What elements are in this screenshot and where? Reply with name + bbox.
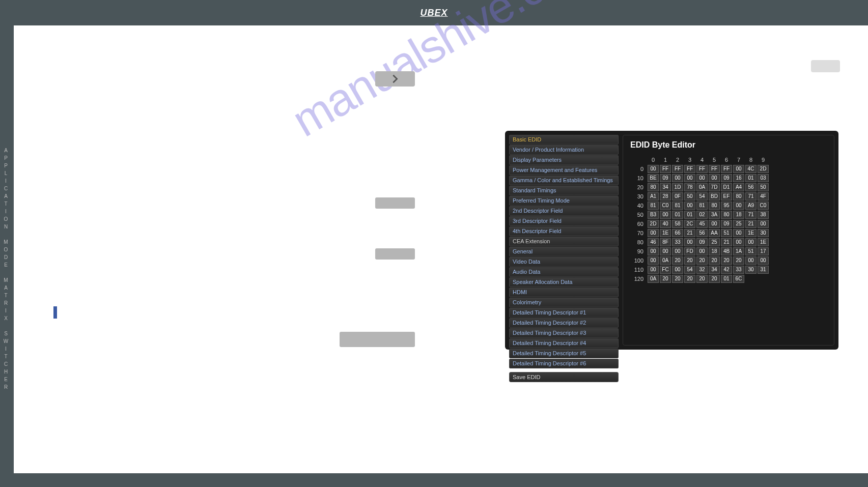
byte-cell[interactable]: 20 — [721, 256, 732, 265]
byte-cell[interactable]: 54 — [696, 192, 708, 200]
byte-cell[interactable]: C0 — [660, 202, 671, 210]
byte-cell[interactable]: 00 — [684, 238, 695, 246]
edid-section-item[interactable]: Audio Data — [509, 267, 619, 277]
save-edid-button[interactable]: Save EDID — [509, 372, 619, 382]
byte-cell[interactable]: C0 — [758, 202, 769, 210]
byte-cell[interactable]: 00 — [733, 202, 744, 210]
byte-cell[interactable]: 31 — [758, 266, 769, 274]
byte-cell[interactable]: 01 — [672, 211, 683, 219]
byte-cell[interactable]: 80 — [721, 211, 732, 219]
byte-cell[interactable]: 09 — [696, 238, 708, 246]
byte-cell[interactable]: 00 — [733, 229, 744, 237]
byte-cell[interactable]: 00 — [745, 256, 757, 265]
byte-cell[interactable]: 00 — [696, 247, 708, 255]
byte-cell[interactable]: 00 — [733, 165, 744, 173]
byte-cell[interactable]: 42 — [721, 266, 732, 274]
byte-cell[interactable]: 45 — [696, 220, 708, 228]
byte-cell[interactable]: 33 — [672, 238, 683, 246]
edid-section-item[interactable]: Vendor / Product Information — [509, 145, 619, 155]
byte-cell[interactable]: 00 — [648, 165, 659, 173]
byte-cell[interactable]: AA — [709, 229, 720, 237]
byte-cell[interactable]: FF — [672, 165, 683, 173]
byte-cell[interactable]: FF — [709, 165, 720, 173]
edid-section-item[interactable]: Power Management and Features — [509, 165, 619, 175]
byte-cell[interactable]: 00 — [696, 174, 708, 182]
byte-cell[interactable]: 46 — [648, 238, 659, 246]
byte-cell[interactable]: 00 — [733, 238, 744, 246]
byte-cell[interactable]: 01 — [721, 275, 732, 283]
byte-cell[interactable]: 20 — [684, 256, 695, 265]
byte-cell[interactable]: 4F — [758, 192, 769, 200]
byte-cell[interactable]: 03 — [758, 174, 769, 182]
byte-cell[interactable]: 80 — [648, 183, 659, 191]
byte-cell[interactable]: 21 — [721, 238, 732, 246]
byte-cell[interactable]: 81 — [696, 202, 708, 210]
byte-cell[interactable]: 30 — [745, 266, 757, 274]
byte-cell[interactable]: 20 — [672, 256, 683, 265]
byte-cell[interactable]: BD — [709, 192, 720, 200]
byte-cell[interactable]: FD — [684, 247, 695, 255]
placeholder-box-2[interactable] — [375, 248, 415, 260]
byte-cell[interactable]: FF — [660, 165, 671, 173]
byte-cell[interactable]: 32 — [696, 266, 708, 274]
byte-cell[interactable]: 20 — [709, 275, 720, 283]
byte-cell[interactable]: 80 — [709, 202, 720, 210]
byte-cell[interactable]: 1E — [745, 229, 757, 237]
edid-section-item[interactable]: Basic EDID — [509, 135, 619, 145]
byte-cell[interactable]: 20 — [709, 256, 720, 265]
byte-cell[interactable]: 40 — [660, 220, 671, 228]
byte-cell[interactable]: 34 — [709, 266, 720, 274]
byte-cell[interactable]: 16 — [733, 174, 744, 182]
byte-cell[interactable]: 20 — [684, 275, 695, 283]
byte-cell[interactable]: 50 — [684, 192, 695, 200]
byte-cell[interactable]: 50 — [758, 183, 769, 191]
byte-cell[interactable]: 33 — [733, 266, 744, 274]
byte-cell[interactable]: 56 — [696, 229, 708, 237]
edid-section-item[interactable]: Display Parameters — [509, 155, 619, 165]
byte-cell[interactable]: 09 — [660, 174, 671, 182]
byte-cell[interactable]: FF — [721, 165, 732, 173]
byte-cell[interactable]: FF — [696, 165, 708, 173]
byte-cell[interactable]: A4 — [733, 183, 744, 191]
byte-cell[interactable]: 17 — [758, 247, 769, 255]
byte-cell[interactable]: 30 — [758, 229, 769, 237]
byte-cell[interactable]: 3A — [709, 211, 720, 219]
byte-cell[interactable]: 00 — [660, 247, 671, 255]
byte-cell[interactable]: 2D — [758, 165, 769, 173]
edid-section-item[interactable]: Detailed Timing Descriptor #1 — [509, 308, 619, 318]
byte-cell[interactable]: 0A — [660, 256, 671, 265]
byte-cell[interactable]: 00 — [672, 247, 683, 255]
edid-section-item[interactable]: Detailed Timing Descriptor #3 — [509, 328, 619, 338]
placeholder-box-1[interactable] — [375, 197, 415, 209]
byte-cell[interactable]: 00 — [660, 211, 671, 219]
byte-cell[interactable]: 20 — [696, 275, 708, 283]
byte-cell[interactable]: 00 — [648, 256, 659, 265]
byte-cell[interactable]: 78 — [684, 183, 695, 191]
byte-cell[interactable]: 09 — [721, 220, 732, 228]
byte-cell[interactable]: 6C — [733, 275, 744, 283]
byte-cell[interactable]: 00 — [758, 220, 769, 228]
edid-section-item[interactable]: Detailed Timing Descriptor #2 — [509, 318, 619, 328]
byte-cell[interactable]: 80 — [733, 192, 744, 200]
byte-cell[interactable]: 00 — [672, 266, 683, 274]
byte-cell[interactable]: FF — [684, 165, 695, 173]
byte-cell[interactable]: 71 — [745, 211, 757, 219]
edid-section-item[interactable]: 3rd Descriptor Field — [509, 216, 619, 226]
byte-cell[interactable]: 00 — [709, 220, 720, 228]
byte-cell[interactable]: 01 — [745, 174, 757, 182]
byte-cell[interactable]: 4B — [721, 247, 732, 255]
byte-cell[interactable]: 54 — [684, 266, 695, 274]
byte-cell[interactable]: 20 — [672, 275, 683, 283]
byte-cell[interactable]: 20 — [660, 275, 671, 283]
byte-cell[interactable]: 20 — [696, 256, 708, 265]
byte-cell[interactable]: 25 — [709, 238, 720, 246]
edid-section-item[interactable]: Detailed Timing Descriptor #4 — [509, 338, 619, 348]
edid-section-item[interactable]: Gamma / Color and Established Timings — [509, 176, 619, 185]
byte-cell[interactable]: 25 — [733, 220, 744, 228]
byte-cell[interactable]: 00 — [672, 174, 683, 182]
byte-cell[interactable]: 38 — [758, 211, 769, 219]
byte-cell[interactable]: 28 — [660, 192, 671, 200]
byte-cell[interactable]: EF — [721, 192, 732, 200]
edid-section-item[interactable]: Standard Timings — [509, 186, 619, 195]
edid-section-item[interactable]: Preferred Timing Mode — [509, 196, 619, 206]
